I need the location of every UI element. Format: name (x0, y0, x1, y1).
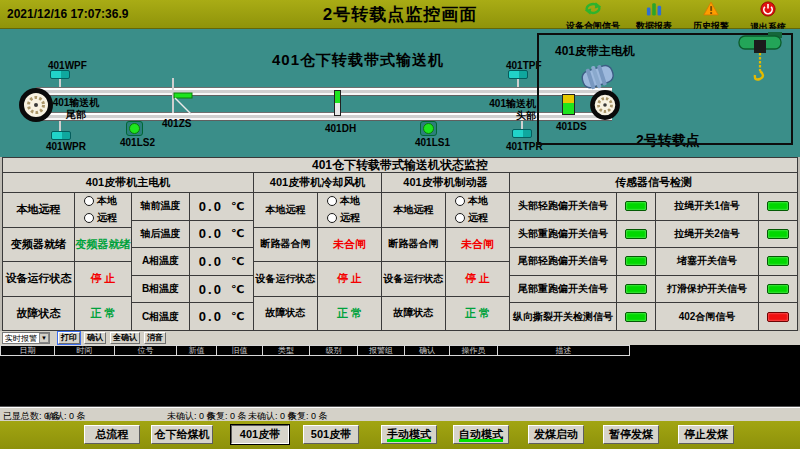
motor-label: 401皮带主电机 (555, 43, 635, 60)
nav-main-flow-button[interactable]: 总流程 (84, 425, 140, 444)
local-remote-radios: 本地 远程 (75, 193, 132, 228)
monitor-header-row: 401皮带机主电机 401皮带机冷却风机 401皮带机制动器 传感器信号检测 (2, 173, 798, 193)
alarm-col-level: 级别 (310, 345, 358, 356)
status-value: 停 止 (446, 262, 510, 297)
speed-sensor-icon (168, 76, 194, 117)
brake-grid: 本地远程 本地 远程 断路器合闸 未合闸 设备运行状态 停 止 故障状态 正 常 (382, 193, 510, 331)
sensor-lamp-cell (759, 193, 798, 221)
status-value: 变频器就绪 (75, 228, 132, 263)
row-label: 故障状态 (382, 297, 446, 332)
sensor-label: 堵塞开关信号 (656, 248, 759, 276)
radio-circle-icon[interactable] (84, 196, 94, 206)
temp-value-cell: 0.0℃ (190, 193, 254, 221)
sensor-lamp-cell (617, 248, 656, 276)
title-bar: 2021/12/16 17:07:36.9 2号转载点监控画面 设备合闸信号 (0, 0, 800, 29)
nav-belt-501-button[interactable]: 501皮带 (303, 425, 359, 444)
row-label: 断路器合闸 (382, 228, 446, 263)
tail-pulley-wheel (19, 88, 53, 122)
temp-label: A相温度 (132, 248, 190, 276)
monitor-title: 401仓下转载带式输送机状态监控 (2, 157, 798, 173)
alarm-header-filler (630, 345, 800, 356)
start-coal-button[interactable]: 发煤启动 (528, 425, 584, 444)
hoist-icon (738, 31, 786, 83)
radio-local[interactable]: 本地 (327, 194, 360, 208)
radio-circle-icon[interactable] (84, 213, 94, 223)
sensor-label: 头部重跑偏开关信号 (510, 221, 617, 249)
chevron-down-icon[interactable]: ▼ (39, 333, 49, 343)
row-label: 故障状态 (2, 297, 75, 332)
ack-all-button[interactable]: 全确认 (110, 332, 140, 344)
alarm-list[interactable] (0, 356, 800, 407)
speed-indicator-icon (562, 94, 575, 115)
deviation-sensor-icon (50, 70, 70, 79)
radio-remote[interactable]: 远程 (455, 211, 488, 225)
conveyor-diagram: 401仓下转载带式输送机 401输送机尾部 401输送机头部 401WP (0, 29, 800, 157)
nav-belt-401-button[interactable]: 401皮带 (231, 425, 289, 444)
radio-remote[interactable]: 远程 (327, 211, 360, 225)
sensor-lamp-cell (759, 276, 798, 304)
deviation-sensor-icon (51, 131, 71, 140)
signal-lamp-on (767, 284, 789, 294)
row-label: 断路器合闸 (254, 228, 318, 263)
temp-value-cell: 0.0℃ (190, 303, 254, 331)
mute-button[interactable]: 消音 (144, 332, 166, 344)
sync-icon (584, 1, 602, 20)
sensor-label-tpr: 401TPR (506, 141, 543, 152)
sensor-lamp-cell (617, 193, 656, 221)
cooling-fan-grid: 本地远程 本地 远程 断路器合闸 未合闸 设备运行状态 停 止 故障状态 正 常 (254, 193, 382, 331)
status-value: 停 止 (75, 262, 132, 297)
motor-icon (578, 60, 618, 92)
radio-local[interactable]: 本地 (455, 194, 488, 208)
ack-button[interactable]: 确认 (84, 332, 106, 344)
pause-coal-button[interactable]: 暂停发煤 (603, 425, 659, 444)
sensor-lamp-cell (617, 221, 656, 249)
auto-mode-button[interactable]: 自动模式 (453, 425, 509, 444)
deviation-sensor-icon (512, 129, 532, 138)
row-label: 设备运行状态 (382, 262, 446, 297)
nav-feeder-button[interactable]: 仓下给煤机 (151, 425, 213, 444)
alarm-col-newval: 新值 (177, 345, 217, 356)
sensor-label: 尾部轻跑偏开关信号 (510, 248, 617, 276)
alarm-toolbar: 实时报警 ▼ 打印 确认 全确认 消音 (0, 331, 800, 345)
local-remote-radios: 本地 远程 (318, 193, 382, 228)
alarm-filter-dropdown[interactable]: 实时报警 ▼ (2, 332, 50, 344)
radio-local[interactable]: 本地 (84, 194, 117, 208)
sensor-label-zs: 401ZS (162, 118, 191, 129)
main-motor-temp-grid: 轴前温度 0.0℃ 轴后温度 0.0℃ A相温度 0.0℃ B相温度 0.0℃ … (132, 193, 254, 331)
tail-label: 401输送机尾部 (52, 97, 100, 121)
radio-remote[interactable]: 远程 (84, 211, 117, 225)
main-motor-status-grid: 本地远程 本地 远程 变频器就绪 变频器就绪 设备运行状态 停 止 故障状态 正… (2, 193, 132, 331)
transfer-point-label: 2号转载点 (636, 132, 700, 150)
signal-lamp-on (625, 201, 647, 211)
row-label: 设备运行状态 (254, 262, 318, 297)
status-monitor-table: 401仓下转载带式输送机状态监控 401皮带机主电机 401皮带机冷却风机 40… (0, 157, 800, 331)
manual-mode-button[interactable]: 手动模式 (381, 425, 437, 444)
signal-lamp-on (767, 256, 789, 266)
print-button[interactable]: 打印 (58, 332, 80, 344)
radio-circle-icon[interactable] (455, 213, 465, 223)
sensor-label: 头部轻跑偏开关信号 (510, 193, 617, 221)
radio-circle-icon[interactable] (327, 196, 337, 206)
col-header-main-motor: 401皮带机主电机 (2, 173, 254, 193)
deviation-sensor-icon (508, 70, 528, 79)
radio-circle-icon[interactable] (455, 196, 465, 206)
sensor-label-ds: 401DS (556, 121, 587, 132)
signal-lamp-on (625, 229, 647, 239)
alarm-col-operator: 操作员 (450, 345, 498, 356)
alarm-col-tag: 位号 (115, 345, 177, 356)
pull-cord-sensor-icon (420, 121, 437, 136)
alarm-status-bar: 已显总数: 0 条 确认: 0 条 未确认: 0 条 恢复: 0 条 未确认: … (0, 407, 800, 421)
strut (517, 78, 519, 87)
warning-icon (703, 1, 719, 20)
sensor-label: 拉绳开关2信号 (656, 221, 759, 249)
col-header-cooling-fan: 401皮带机冷却风机 (254, 173, 382, 193)
bar-chart-icon (646, 1, 662, 20)
stop-coal-button[interactable]: 停止发煤 (678, 425, 734, 444)
alarm-table-header: 日期 时间 位号 新值 旧值 类型 级别 报警组 确认 操作员 描述 (0, 345, 800, 356)
alarm-col-type: 类型 (263, 345, 310, 356)
radio-circle-icon[interactable] (327, 213, 337, 223)
sensor-label: 拉绳开关1信号 (656, 193, 759, 221)
sensor-label: 打滑保护开关信号 (656, 276, 759, 304)
col-header-sensors: 传感器信号检测 (510, 173, 798, 193)
signal-lamp-on (767, 201, 789, 211)
